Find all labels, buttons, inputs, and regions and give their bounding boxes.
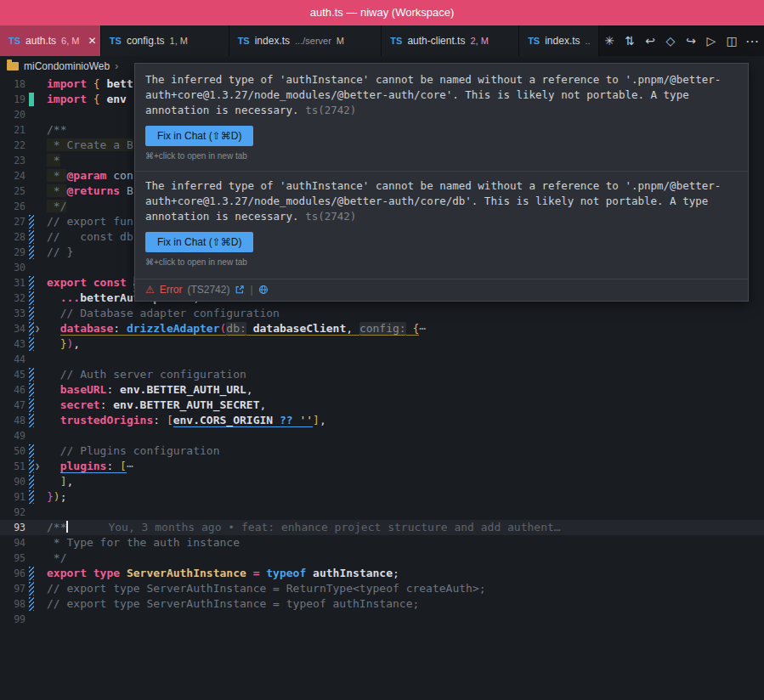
code-token: baseURL (47, 383, 106, 396)
compare-changes-icon[interactable]: ⇅ (620, 25, 640, 56)
code-token: // Auth server configuration (47, 368, 246, 381)
code-line[interactable]: 94 * Type for the auth instance (0, 535, 764, 550)
line-number: 93 (0, 520, 25, 535)
code-line[interactable]: 51❯ plugins: [⋯ (0, 459, 764, 474)
tab-index-ts[interactable]: TS index.ts .. (519, 25, 599, 56)
split-editor-icon[interactable]: ◫ (722, 25, 742, 56)
code-token: ) (54, 490, 60, 503)
code-token: ⋯ (127, 460, 133, 472)
code-text: ], (47, 474, 73, 489)
code-line[interactable]: 91}); (0, 489, 764, 505)
globe-icon[interactable] (258, 285, 269, 295)
code-token: env (106, 93, 133, 105)
code-line[interactable]: 50 // Plugins configuration (0, 443, 764, 459)
fold-chevron-icon[interactable]: ❯ (35, 321, 40, 336)
code-line[interactable]: 45 // Auth server configuration (0, 367, 764, 382)
code-token: [ (167, 414, 173, 426)
code-text: // Database adapter configuration (47, 306, 280, 321)
code-text: // export type ServerAuthInstance = Retu… (47, 581, 486, 596)
code-token: bett (106, 77, 133, 90)
fix-in-chat-button[interactable]: Fix in Chat (⇧⌘D) (145, 126, 253, 146)
code-text: // export type ServerAuthInstance = type… (47, 596, 419, 612)
code-token: // const db (47, 230, 133, 243)
code-token: , (259, 398, 266, 411)
code-line[interactable]: 99 (0, 612, 764, 627)
window-title: auth.ts — niway (Workspace) (310, 6, 455, 19)
chevron-right-icon: › (115, 60, 118, 72)
code-line[interactable]: 93/** You, 3 months ago • feat: enhance … (0, 520, 764, 535)
line-number: 99 (0, 612, 25, 627)
gutter-modified-indicator (29, 582, 34, 596)
diagnostic-status-bar: ⚠ Error (TS2742) | (135, 279, 748, 301)
code-line[interactable]: 44 (0, 352, 764, 367)
code-line[interactable]: 90 ], (0, 474, 764, 489)
code-text: database: drizzleAdapter(db: databaseCli… (47, 321, 426, 336)
line-number: 21 (0, 122, 25, 138)
tab-index-ts-server[interactable]: TS index.ts .../server M (229, 25, 382, 56)
line-number: 34 (0, 321, 25, 336)
code-text: * Create a B (47, 138, 133, 153)
code-token: database (60, 322, 114, 336)
gutter-modified-indicator (29, 322, 34, 336)
current-change-icon[interactable]: ◇ (660, 25, 681, 56)
code-token: // Plugins configuration (47, 444, 220, 457)
code-line[interactable]: 96export type ServerAuthInstance = typeo… (0, 566, 764, 581)
code-text: secret: env.BETTER_AUTH_SECRET, (47, 398, 266, 413)
run-icon[interactable]: ▷ (701, 25, 722, 56)
fix-in-chat-button[interactable]: Fix in Chat (⇧⌘D) (145, 232, 253, 252)
error-hover-tooltip: The inferred type of 'authInstance' cann… (134, 63, 749, 302)
code-line[interactable]: 97// export type ServerAuthInstance = Re… (0, 581, 764, 596)
more-actions-icon[interactable]: ⋯ (742, 25, 762, 56)
code-line[interactable]: 92 (0, 505, 764, 520)
code-line[interactable]: 48 trustedOrigins: [env.CORS_ORIGIN ?? '… (0, 413, 764, 428)
breadcrumb-item-root[interactable]: miCondominioWeb (24, 60, 110, 72)
line-number: 25 (0, 183, 25, 199)
code-line[interactable]: 46 baseURL: env.BETTER_AUTH_URL, (0, 382, 764, 398)
code-text: // Auth server configuration (47, 367, 246, 382)
code-token: [ (120, 460, 127, 473)
code-token: trustedOrigins (47, 414, 153, 426)
tab-auth-client-ts[interactable]: TS auth-client.ts 2, M (382, 25, 519, 56)
code-line[interactable]: 95 */ (0, 550, 764, 566)
code-token: ] (313, 414, 320, 426)
typescript-file-icon: TS (390, 36, 402, 46)
separator: | (250, 284, 252, 296)
editor-actions: ✳ ⇅ ↩ ◇ ↪ ▷ ◫ ⋯ (599, 25, 764, 56)
code-line[interactable]: 47 secret: env.BETTER_AUTH_SECRET, (0, 398, 764, 413)
code-line[interactable]: 34❯ database: drizzleAdapter(db: databas… (0, 321, 764, 336)
code-token: { (93, 93, 107, 105)
divider (135, 171, 748, 172)
code-token: import (47, 77, 93, 90)
close-icon[interactable]: ✕ (88, 35, 97, 47)
window-titlebar[interactable]: auth.ts — niway (Workspace) (0, 0, 764, 25)
code-line[interactable]: 49 (0, 428, 764, 443)
navigate-forward-icon[interactable]: ↪ (681, 25, 701, 56)
line-number: 45 (0, 367, 25, 382)
line-number: 47 (0, 398, 25, 413)
code-text: // export fun (47, 214, 133, 229)
open-external-icon[interactable] (235, 285, 245, 295)
code-token: : (153, 414, 167, 426)
copilot-icon[interactable]: ✳ (599, 25, 620, 56)
code-text: import { bett (47, 76, 133, 92)
gutter-modified-indicator (29, 368, 34, 381)
line-number: 96 (0, 566, 25, 581)
code-line[interactable]: 43 }), (0, 336, 764, 352)
code-token (47, 460, 60, 472)
gutter-added-indicator (29, 93, 34, 106)
fold-chevron-icon[interactable]: ❯ (35, 459, 40, 474)
tab-config-ts[interactable]: TS config.ts 1, M (101, 25, 229, 56)
code-text: plugins: [⋯ (47, 459, 133, 474)
tab-auth-ts[interactable]: TS auth.ts 6, M ✕ (0, 25, 101, 56)
code-token: * (47, 154, 60, 167)
code-token: con (106, 169, 133, 182)
diagnostic-code: ts(2742) (305, 210, 356, 223)
tab-badge: M (337, 36, 344, 46)
line-number: 20 (0, 107, 25, 122)
code-line[interactable]: 98// export type ServerAuthInstance = ty… (0, 596, 764, 612)
code-line[interactable]: 33 // Database adapter configuration (0, 306, 764, 321)
navigate-back-icon[interactable]: ↩ (640, 25, 660, 56)
code-text: export type ServerAuthInstance = typeof … (47, 566, 399, 581)
code-token: db: (226, 322, 246, 336)
code-token: @returns (66, 184, 120, 197)
